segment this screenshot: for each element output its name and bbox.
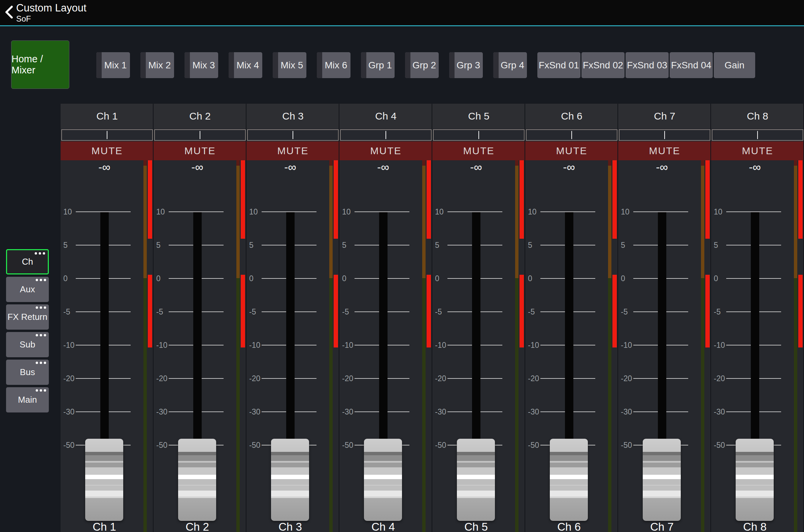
channel-name-header[interactable]: Ch 3 [246, 104, 339, 129]
scale-tick-label: 0 [435, 274, 439, 283]
meter-level-segment-top [798, 160, 803, 239]
bus-button-fxsnd-02[interactable]: FxSnd 02 [581, 52, 625, 78]
bus-button-label: FxSnd 01 [539, 60, 579, 71]
channel-footer-label: Ch 1 [61, 520, 148, 532]
mute-label: MUTE [370, 145, 402, 156]
pan-slider[interactable] [247, 129, 339, 141]
mute-button[interactable]: MUTE [61, 141, 154, 160]
sidebar-item-fx-return[interactable]: FX Return [6, 304, 49, 330]
fader-cap[interactable] [736, 439, 774, 521]
sidebar-item-aux[interactable]: Aux [6, 277, 49, 302]
fader-cap[interactable] [85, 439, 123, 521]
channel-name-header[interactable]: Ch 2 [154, 104, 246, 129]
bus-button-fxsnd-01[interactable]: FxSnd 01 [537, 52, 580, 78]
scale-tick-label: 5 [249, 241, 253, 249]
fader-value-readout: -∞ [61, 160, 148, 174]
channel-strip-ch-2: Ch 2 MUTE -∞ 1050-5-10-20-30-50 Ch 2 [154, 104, 246, 532]
pan-slider[interactable] [154, 129, 246, 141]
three-dots-icon[interactable] [34, 362, 46, 364]
bus-button-fxsnd-04[interactable]: FxSnd 04 [670, 52, 713, 78]
bus-button-grp-2[interactable]: Grp 2 [405, 52, 439, 78]
channel-name-header[interactable]: Ch 5 [432, 104, 525, 129]
bus-button-mix-3[interactable]: Mix 3 [185, 52, 218, 78]
channel-footer-label: Ch 3 [246, 520, 334, 532]
fader-value-readout: -∞ [339, 160, 427, 174]
bus-button-mix-4[interactable]: Mix 4 [229, 52, 262, 78]
scale-tick-label: -30 [621, 408, 632, 416]
fader-value-readout: -∞ [618, 160, 706, 174]
scale-tick-label: 5 [156, 241, 160, 249]
fader-cap[interactable] [643, 439, 681, 521]
bus-button-mix-1[interactable]: Mix 1 [96, 52, 130, 78]
three-dots-icon[interactable] [34, 389, 46, 392]
scale-tick-label: -20 [528, 375, 539, 382]
mute-button[interactable]: MUTE [246, 141, 339, 160]
bus-button-label: FxSnd 04 [671, 60, 711, 71]
fader-cap[interactable] [178, 439, 216, 521]
channel-name-label: Ch 6 [561, 111, 582, 122]
scale-tick-label: 0 [249, 274, 253, 283]
mute-button[interactable]: MUTE [339, 141, 432, 160]
scale-tick-label: -30 [63, 408, 74, 416]
pan-slider[interactable] [433, 129, 524, 141]
back-button[interactable] [2, 5, 16, 21]
three-dots-icon[interactable] [33, 252, 45, 254]
sidebar-item-ch[interactable]: Ch [6, 249, 49, 274]
pan-slider[interactable] [340, 129, 432, 141]
pan-slider[interactable] [712, 129, 803, 141]
channel-name-header[interactable]: Ch 1 [61, 104, 154, 129]
channel-name-header[interactable]: Ch 6 [525, 104, 618, 129]
home-mixer-button[interactable]: Home / Mixer [11, 40, 69, 89]
bus-button-mix-6[interactable]: Mix 6 [317, 52, 350, 78]
bus-button-grp-3[interactable]: Grp 3 [449, 52, 483, 78]
three-dots-icon[interactable] [34, 279, 46, 281]
channel-name-label: Ch 8 [747, 111, 768, 122]
scale-tick-label: -50 [156, 441, 167, 449]
bus-button-gain[interactable]: Gain [714, 52, 755, 78]
channel-name-header[interactable]: Ch 7 [618, 104, 711, 129]
fader-cap[interactable] [550, 439, 588, 521]
bus-button-mix-2[interactable]: Mix 2 [140, 52, 174, 78]
fader-cap[interactable] [271, 439, 309, 521]
meter-level-segment-top [426, 160, 431, 239]
bus-button-grp-1[interactable]: Grp 1 [361, 52, 395, 78]
mute-button[interactable]: MUTE [154, 141, 246, 160]
sidebar-item-label: Main [18, 395, 37, 405]
mute-button[interactable]: MUTE [711, 141, 804, 160]
sidebar-item-main[interactable]: Main [6, 387, 49, 413]
bus-button-mix-5[interactable]: Mix 5 [273, 52, 306, 78]
three-dots-icon[interactable] [34, 334, 46, 336]
home-mixer-label: Home / Mixer [12, 54, 69, 76]
sidebar-item-label: FX Return [7, 312, 47, 322]
pan-slider[interactable] [61, 129, 153, 141]
meter-level-segment-top [612, 160, 617, 239]
bus-button-fxsnd-03[interactable]: FxSnd 03 [626, 52, 669, 78]
pan-slider[interactable] [526, 129, 617, 141]
channel-name-header[interactable]: Ch 4 [339, 104, 432, 129]
mute-button[interactable]: MUTE [618, 141, 711, 160]
three-dots-icon[interactable] [34, 306, 46, 309]
sidebar-item-sub[interactable]: Sub [6, 332, 49, 357]
pan-center-indicator [385, 131, 386, 139]
mute-button[interactable]: MUTE [432, 141, 525, 160]
fader-cap[interactable] [364, 439, 402, 521]
sidebar-item-bus[interactable]: Bus [6, 360, 49, 385]
scale-tick-label: 5 [342, 241, 346, 249]
bus-button-indicator [317, 52, 322, 78]
scale-tick-label: -20 [63, 375, 74, 382]
bus-button-grp-4[interactable]: Grp 4 [493, 52, 527, 78]
pan-slider[interactable] [619, 129, 710, 141]
fader-cap[interactable] [457, 439, 495, 521]
scale-tick-label: 0 [528, 274, 532, 283]
bus-button-indicator [185, 52, 190, 78]
channel-footer-label: Ch 6 [525, 520, 613, 532]
channel-name-header[interactable]: Ch 8 [711, 104, 804, 129]
scale-tick-label: 5 [435, 241, 439, 249]
bus-button-indicator [273, 52, 278, 78]
channel-strip-ch-4: Ch 4 MUTE -∞ 1050-5-10-20-30-50 Ch 4 [339, 104, 432, 532]
bus-button-label: Mix 1 [104, 60, 127, 71]
pan-center-indicator [478, 131, 479, 139]
scale-tick-label: -10 [63, 341, 74, 349]
mute-button[interactable]: MUTE [525, 141, 618, 160]
title-block: Custom Layout SoF [16, 2, 87, 23]
